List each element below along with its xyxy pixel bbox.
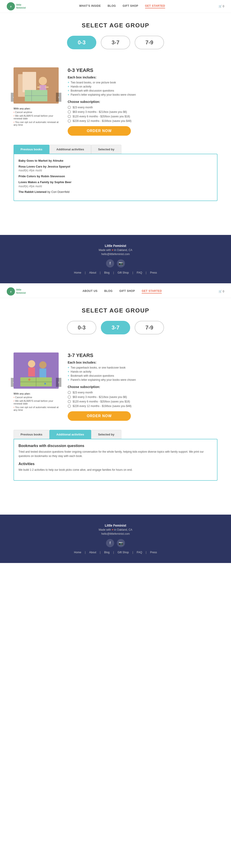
- tab-content-2: Bookmarks with discussion questions Trie…: [13, 439, 218, 481]
- plan-note-label-2: With any plan:: [13, 392, 31, 395]
- footer-made-1: Made with ♥ in Oakland, CA: [4, 248, 227, 252]
- age-buttons-1: 0-3 3-7 7-9: [18, 36, 213, 49]
- footer-about-2[interactable]: About: [89, 551, 96, 554]
- radio-option2-1[interactable]: $23 every month: [68, 391, 218, 394]
- nav-links-1: WHAT'S INSIDE BLOG GIFT SHOP GET STARTED: [79, 4, 165, 8]
- includes-title-1: Each box includes:: [68, 75, 218, 79]
- order-btn-1[interactable]: ORDER NOW: [68, 126, 131, 136]
- bookmarks-desc: Tried and tested discussion questions fo…: [18, 450, 213, 458]
- plan-note-1: With any plan: • Cancel anytime • We wil…: [13, 107, 59, 126]
- product-details-2: 3-7 YEARS Each box includes: Two paperba…: [68, 352, 218, 421]
- product-age-title-2: 3-7 YEARS: [68, 352, 218, 359]
- cart-icon-2[interactable]: 🛒 0: [219, 290, 224, 293]
- radio-circle-4: [68, 119, 71, 123]
- nav-gift-shop[interactable]: GIFT SHOP: [123, 4, 138, 8]
- radio-circle2-1: [68, 391, 71, 394]
- tab-selected-by-1[interactable]: Selected by: [91, 145, 121, 154]
- logo-icon: lf: [7, 2, 15, 10]
- radio-circle-3: [68, 115, 71, 118]
- radio-circle-2: [68, 110, 71, 114]
- nav-blog[interactable]: BLOG: [108, 4, 116, 8]
- footer-social-1: f 📷: [4, 259, 227, 268]
- spacer-2: [0, 221, 231, 235]
- tab2-additional-activities[interactable]: Additional activities: [49, 430, 91, 439]
- includes-title-2: Each box includes:: [68, 361, 218, 364]
- logo-icon-2: lf: [7, 287, 15, 296]
- age-btn-3-7[interactable]: 3-7: [101, 36, 130, 49]
- footer-nav-1: Home | About | Blog | Gift Shop | FAQ | …: [4, 271, 227, 274]
- age-btn2-0-3[interactable]: 0-3: [67, 321, 96, 334]
- footer-faq-2[interactable]: FAQ: [137, 551, 142, 554]
- radio-option-1[interactable]: $23 every month: [68, 106, 218, 109]
- expand-icon-2[interactable]: ⤢: [55, 408, 58, 411]
- subscription-title-2: Choose subscription:: [68, 385, 218, 389]
- cart-icon[interactable]: 🛒 0: [219, 5, 224, 8]
- footer-press-1[interactable]: Press: [150, 271, 157, 274]
- include-item2-3: Bookmark with discussion questions: [68, 374, 218, 377]
- tabs-section-2: Previous books Additional activities Sel…: [0, 430, 231, 488]
- radio-option-2[interactable]: $63 every 3 months - $21/box (saves you …: [68, 110, 218, 114]
- age-btn-7-9[interactable]: 7-9: [135, 36, 164, 49]
- spacer-4: [0, 501, 231, 515]
- footer-home-1[interactable]: Home: [74, 271, 81, 274]
- logo[interactable]: lf littlefeminist: [7, 2, 26, 10]
- facebook-icon-1[interactable]: f: [106, 259, 114, 268]
- radio-option2-3[interactable]: $120 every 6 months - $20/box (saves you…: [68, 400, 218, 403]
- nav2-blog[interactable]: BLOG: [104, 289, 113, 293]
- age-btn-0-3[interactable]: 0-3: [67, 36, 96, 49]
- footer-home-2[interactable]: Home: [74, 551, 81, 554]
- tab-previous-books-1[interactable]: Previous books: [13, 145, 49, 154]
- order-btn-2[interactable]: ORDER NOW: [68, 411, 131, 421]
- footer-social-2: f 📷: [4, 539, 227, 547]
- svg-point-15: [28, 360, 35, 367]
- footer-giftshop-2[interactable]: Gift Shop: [118, 551, 129, 554]
- footer-blog-1[interactable]: Blog: [104, 271, 110, 274]
- facebook-icon-2[interactable]: f: [106, 539, 114, 547]
- footer-brand-2: Little Feminist: [4, 524, 227, 527]
- footer-giftshop-1[interactable]: Gift Shop: [118, 271, 129, 274]
- tab2-selected-by[interactable]: Selected by: [91, 430, 121, 439]
- bookmarks-title: Bookmarks with discussion questions: [18, 444, 213, 448]
- expand-icon-1[interactable]: ⤢: [55, 123, 58, 126]
- logo-2[interactable]: lf littlefeminist: [7, 287, 26, 296]
- footer-press-2[interactable]: Press: [150, 551, 157, 554]
- include-item2-4: Parent's letter explaining why your book…: [68, 378, 218, 381]
- footer-1: Little Feminist Made with ♥ in Oakland, …: [0, 235, 231, 283]
- plan-item-1: • Cancel anytime: [13, 111, 59, 114]
- age-group-title-2: SELECT AGE GROUP: [18, 307, 213, 314]
- footer-blog-2[interactable]: Blog: [104, 551, 110, 554]
- nav-whats-inside[interactable]: WHAT'S INSIDE: [79, 4, 101, 8]
- book-item-2: Rosa Loves Cars by Jessica Spanyol #asdf…: [18, 164, 213, 173]
- nav2-about-us[interactable]: ABOUT US: [83, 289, 98, 293]
- tab2-previous-books[interactable]: Previous books: [13, 430, 49, 439]
- radio-option2-2[interactable]: $63 every 3 months - $21/box (saves you …: [68, 396, 218, 399]
- nav2-get-started[interactable]: GET STARTED: [142, 289, 162, 293]
- age-btn2-3-7[interactable]: 3-7: [101, 321, 130, 334]
- tabs-header-1: Previous books Additional activities Sel…: [13, 145, 218, 154]
- nav-get-started[interactable]: GET STARTED: [145, 4, 165, 8]
- svg-point-17: [39, 361, 46, 369]
- radio-group-1: $23 every month $63 every 3 months - $21…: [68, 106, 218, 123]
- age-btn2-7-9[interactable]: 7-9: [135, 321, 164, 334]
- footer-nav-2: Home | About | Blog | Gift Shop | FAQ | …: [4, 551, 227, 554]
- book-item-5: The Rabbit Listened by Cori Doerrfeld: [18, 190, 213, 194]
- nav2-gift-shop[interactable]: GIFT SHOP: [119, 289, 135, 293]
- image-next-1[interactable]: ›: [56, 93, 61, 102]
- plan-item2-3: • You can opt out of automatic renewal a…: [13, 406, 59, 411]
- instagram-icon-1[interactable]: 📷: [117, 259, 125, 268]
- footer-email-2[interactable]: hello@littlefeminist.com: [4, 532, 227, 535]
- plan-item-3: • You can opt out of automatic renewal a…: [13, 121, 59, 126]
- include-item2-1: Two paperback books, or one hardcover bo…: [68, 366, 218, 369]
- image-next-2[interactable]: ›: [56, 378, 61, 387]
- footer-about-1[interactable]: About: [89, 271, 96, 274]
- instagram-icon-2[interactable]: 📷: [117, 539, 125, 547]
- radio-option2-4[interactable]: $228 every 12 months - $19/box (saves yo…: [68, 404, 218, 408]
- footer-faq-1[interactable]: FAQ: [137, 271, 142, 274]
- section-1: lf littlefeminist WHAT'S INSIDE BLOG GIF…: [0, 0, 231, 283]
- radio-option-4[interactable]: $228 every 12 months - $19/box (saves yo…: [68, 119, 218, 123]
- radio-option-3[interactable]: $120 every 6 months - $20/box (saves you…: [68, 115, 218, 118]
- product-section-2: ‹ › ⤢ Wit: [0, 348, 231, 430]
- footer-email-1[interactable]: hello@littlefeminist.com: [4, 253, 227, 256]
- tab-additional-activities-1[interactable]: Additional activities: [49, 145, 91, 154]
- product-age-title-1: 0-3 YEARS: [68, 67, 218, 73]
